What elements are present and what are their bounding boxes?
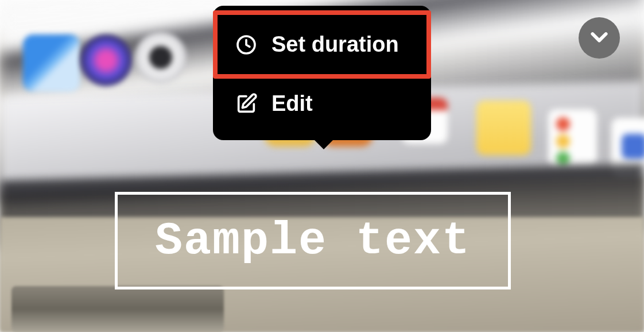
siri-icon	[80, 34, 132, 86]
text-overlay-box[interactable]: Sample text	[115, 192, 511, 289]
laptop-edge	[11, 286, 224, 332]
popup-tail	[313, 139, 334, 149]
set-duration-button[interactable]: Set duration	[213, 10, 431, 79]
clock-icon	[235, 33, 258, 56]
collapse-button[interactable]	[579, 17, 620, 59]
notes-icon	[476, 101, 531, 155]
menu-item-label: Set duration	[271, 32, 399, 57]
finder-icon	[23, 34, 80, 92]
context-menu: Set duration Edit	[213, 6, 431, 140]
text-overlay-label: Sample text	[155, 215, 471, 267]
reminders-icon	[548, 109, 597, 167]
chevron-down-icon	[588, 25, 611, 51]
edit-icon	[235, 92, 258, 115]
menu-item-label: Edit	[271, 91, 313, 116]
launchpad-icon	[135, 32, 187, 83]
edit-button[interactable]: Edit	[213, 79, 431, 129]
